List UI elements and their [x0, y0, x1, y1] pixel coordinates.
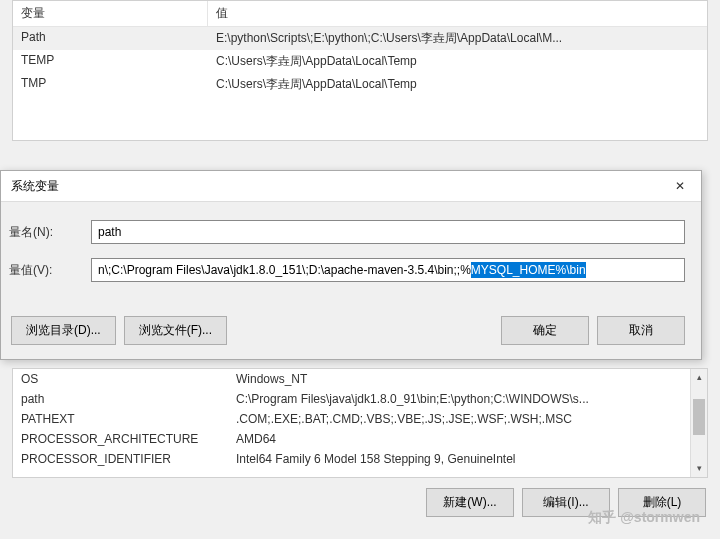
table-header: 变量 值	[13, 1, 707, 27]
scroll-down-icon[interactable]: ▾	[691, 460, 707, 477]
scroll-up-icon[interactable]: ▴	[691, 369, 707, 386]
table-row[interactable]: PROCESSOR_ARCHITECTURE AMD64	[13, 429, 707, 449]
table-row[interactable]: TMP C:\Users\李垚周\AppData\Local\Temp	[13, 73, 707, 96]
system-variables-area: OS Windows_NT path C:\Program Files\java…	[12, 368, 708, 527]
name-label: 量名(N):	[1, 224, 91, 241]
scrollbar[interactable]: ▴ ▾	[690, 369, 707, 477]
delete-button[interactable]: 删除(L)	[618, 488, 706, 517]
cell-val: C:\Users\李垚周\AppData\Local\Temp	[208, 76, 707, 93]
system-buttons: 新建(W)... 编辑(I)... 删除(L)	[12, 478, 708, 527]
variable-name-input[interactable]: path	[91, 220, 685, 244]
dialog-title-text: 系统变量	[11, 178, 59, 195]
cell-var: PROCESSOR_ARCHITECTURE	[13, 432, 228, 446]
cell-val: E:\python\Scripts\;E:\python\;C:\Users\李…	[208, 30, 707, 47]
cell-val: Windows_NT	[228, 372, 707, 386]
cell-var: path	[13, 392, 228, 406]
table-row[interactable]: PROCESSOR_IDENTIFIER Intel64 Family 6 Mo…	[13, 449, 707, 469]
table-row[interactable]: path C:\Program Files\java\jdk1.8.0_91\b…	[13, 389, 707, 409]
cell-val: Intel64 Family 6 Model 158 Stepping 9, G…	[228, 452, 707, 466]
selected-text: MYSQL_HOME%\bin	[471, 262, 586, 278]
cell-var: Path	[13, 30, 208, 47]
user-variables-table[interactable]: 变量 值 Path E:\python\Scripts\;E:\python\;…	[12, 0, 708, 141]
col-variable[interactable]: 变量	[13, 1, 208, 26]
new-button[interactable]: 新建(W)...	[426, 488, 514, 517]
value-label: 量值(V):	[1, 262, 91, 279]
edit-button[interactable]: 编辑(I)...	[522, 488, 610, 517]
system-variables-table[interactable]: OS Windows_NT path C:\Program Files\java…	[12, 368, 708, 478]
cell-val: C:\Program Files\java\jdk1.8.0_91\bin;E:…	[228, 392, 707, 406]
table-empty	[13, 96, 707, 140]
dialog-titlebar[interactable]: 系统变量 ✕	[1, 171, 701, 202]
browse-dir-button[interactable]: 浏览目录(D)...	[11, 316, 116, 345]
table-row[interactable]: Path E:\python\Scripts\;E:\python\;C:\Us…	[13, 27, 707, 50]
value-row: 量值(V): n\;C:\Program Files\Java\jdk1.8.0…	[1, 258, 685, 282]
variable-value-input[interactable]: n\;C:\Program Files\Java\jdk1.8.0_151\;D…	[91, 258, 685, 282]
cell-var: PROCESSOR_IDENTIFIER	[13, 452, 228, 466]
ok-button[interactable]: 确定	[501, 316, 589, 345]
cell-val: AMD64	[228, 432, 707, 446]
table-row[interactable]: PATHEXT .COM;.EXE;.BAT;.CMD;.VBS;.VBE;.J…	[13, 409, 707, 429]
dialog-buttons: 浏览目录(D)... 浏览文件(F)... 确定 取消	[1, 310, 701, 359]
name-row: 量名(N): path	[1, 220, 685, 244]
scrollbar-thumb[interactable]	[693, 399, 705, 435]
cell-var: TMP	[13, 76, 208, 93]
table-row[interactable]: OS Windows_NT	[13, 369, 707, 389]
edit-variable-dialog: 系统变量 ✕ 量名(N): path 量值(V): n\;C:\Program …	[0, 170, 702, 360]
cancel-button[interactable]: 取消	[597, 316, 685, 345]
close-icon[interactable]: ✕	[669, 177, 691, 195]
col-value[interactable]: 值	[208, 1, 707, 26]
browse-file-button[interactable]: 浏览文件(F)...	[124, 316, 227, 345]
table-row[interactable]: TEMP C:\Users\李垚周\AppData\Local\Temp	[13, 50, 707, 73]
cell-var: TEMP	[13, 53, 208, 70]
spacer	[235, 316, 493, 345]
cell-val: C:\Users\李垚周\AppData\Local\Temp	[208, 53, 707, 70]
cell-val: .COM;.EXE;.BAT;.CMD;.VBS;.VBE;.JS;.JSE;.…	[228, 412, 707, 426]
table-body: Path E:\python\Scripts\;E:\python\;C:\Us…	[13, 27, 707, 140]
dialog-body: 量名(N): path 量值(V): n\;C:\Program Files\J…	[1, 202, 701, 310]
cell-var: OS	[13, 372, 228, 386]
cell-var: PATHEXT	[13, 412, 228, 426]
